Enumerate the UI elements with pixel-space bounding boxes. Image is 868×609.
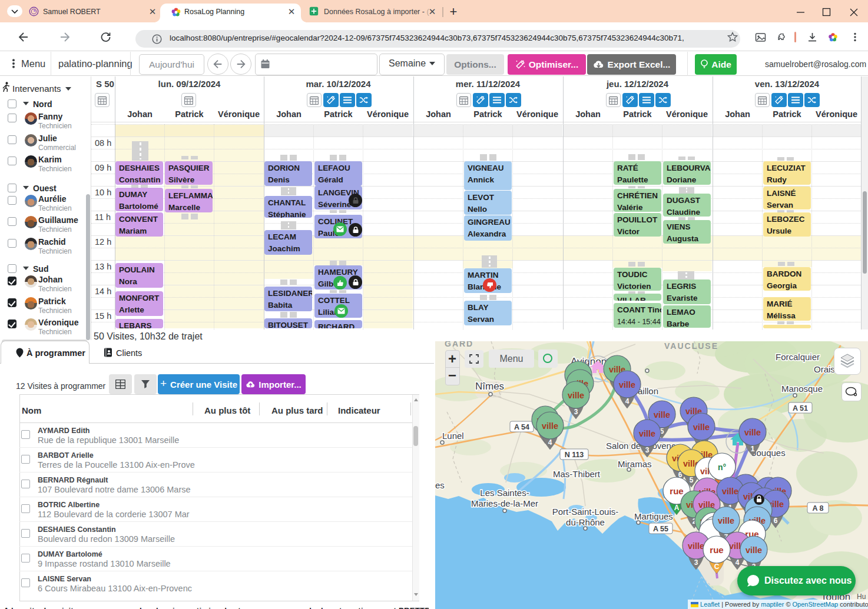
- svg-text:3: 3: [694, 558, 698, 567]
- svg-text:4: 4: [736, 558, 740, 567]
- svg-text:rue: rue: [670, 486, 683, 496]
- svg-text:ville: ville: [568, 391, 584, 400]
- svg-text:6: 6: [774, 517, 778, 525]
- svg-text:3: 3: [645, 446, 650, 454]
- svg-text:4: 4: [548, 438, 552, 447]
- svg-text:ville: ville: [718, 516, 734, 525]
- svg-text:C: C: [714, 563, 720, 571]
- svg-text:5: 5: [690, 476, 694, 484]
- svg-text:n°: n°: [718, 462, 726, 472]
- svg-text:3: 3: [574, 408, 578, 416]
- svg-text:ville: ville: [619, 380, 635, 390]
- svg-text:ville: ville: [746, 545, 762, 555]
- svg-text:ville: ville: [639, 429, 655, 438]
- svg-text:ville: ville: [688, 541, 704, 551]
- svg-text:1: 1: [751, 445, 755, 453]
- svg-text:ville: ville: [722, 487, 738, 496]
- svg-text:rue: rue: [710, 545, 723, 555]
- svg-text:ville: ville: [744, 428, 761, 437]
- svg-text:ville: ville: [542, 421, 558, 431]
- svg-text:ville: ville: [654, 410, 670, 420]
- svg-text:A: A: [674, 504, 680, 512]
- svg-text:4: 4: [625, 397, 630, 405]
- svg-text:ville: ville: [693, 422, 710, 432]
